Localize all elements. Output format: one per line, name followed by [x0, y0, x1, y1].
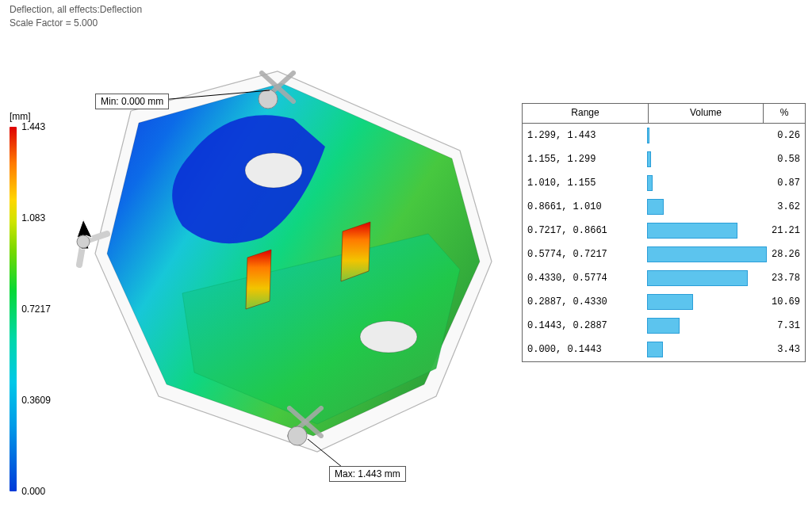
legend-tick: 1.443	[21, 121, 45, 132]
histogram-row: 1.299, 1.4430.26	[523, 124, 805, 147]
histogram-bar	[647, 151, 651, 167]
histogram-pct: 21.21	[765, 225, 805, 236]
histogram-bar	[647, 223, 737, 239]
histogram-bar-cell	[647, 222, 765, 239]
histogram-bar-cell	[647, 174, 765, 192]
header-range: Range	[523, 104, 649, 123]
histogram-bar-cell	[647, 127, 765, 144]
header-percent: %	[764, 104, 805, 123]
analysis-title: Deflection, all effects:Deflection	[10, 3, 142, 17]
analysis-meta: Deflection, all effects:Deflection Scale…	[10, 3, 142, 30]
histogram-pct: 0.87	[765, 178, 805, 189]
histogram-bar-cell	[647, 246, 765, 263]
svg-point-9	[77, 235, 90, 248]
callout-max: Max: 1.443 mm	[329, 466, 406, 482]
volume-histogram: Range Volume % 1.299, 1.4430.261.155, 1.…	[522, 103, 806, 362]
histogram-range: 1.155, 1.299	[523, 154, 647, 165]
histogram-bar	[647, 294, 693, 310]
histogram-header: Range Volume %	[523, 104, 805, 124]
histogram-pct: 0.26	[765, 130, 805, 141]
histogram-bar-cell	[647, 293, 765, 311]
svg-point-2	[259, 90, 278, 109]
histogram-bar	[647, 270, 748, 286]
histogram-row: 0.4330, 0.577423.78	[523, 266, 805, 290]
legend-tick: 0.3609	[21, 395, 51, 406]
histogram-range: 0.000, 0.1443	[523, 344, 647, 355]
model-svg[interactable]	[63, 55, 515, 483]
histogram-bar-cell	[647, 151, 765, 168]
histogram-range: 1.299, 1.443	[523, 130, 647, 141]
histogram-range: 0.1443, 0.2887	[523, 320, 647, 331]
histogram-row: 0.5774, 0.721728.26	[523, 243, 805, 266]
model-viewport[interactable]: Min: 0.000 mm Max: 1.443 mm	[63, 55, 515, 483]
histogram-bar	[647, 318, 680, 334]
model-hole-top	[245, 153, 302, 188]
histogram-body: 1.299, 1.4430.261.155, 1.2990.581.010, 1…	[523, 124, 805, 361]
histogram-range: 0.7217, 0.8661	[523, 225, 647, 236]
histogram-pct: 23.78	[765, 273, 805, 284]
callout-min: Min: 0.000 mm	[95, 94, 169, 109]
scale-factor: Scale Factor = 5.000	[10, 17, 142, 30]
histogram-bar-cell	[647, 341, 765, 358]
histogram-range: 0.5774, 0.7217	[523, 249, 647, 260]
histogram-pct: 10.69	[765, 296, 805, 307]
legend-tick: 0.000	[21, 486, 45, 497]
histogram-bar	[647, 342, 663, 357]
histogram-bar	[647, 175, 653, 191]
histogram-bar-cell	[647, 317, 765, 334]
histogram-bar-cell	[647, 269, 765, 287]
histogram-row: 1.010, 1.1550.87	[523, 171, 805, 195]
histogram-bar	[647, 199, 664, 215]
svg-point-5	[288, 426, 307, 445]
legend-ticks: 1.443 1.083 0.7217 0.3609 0.000	[21, 127, 65, 491]
histogram-pct: 3.43	[765, 344, 805, 355]
histogram-range: 0.2887, 0.4330	[523, 296, 647, 307]
histogram-bar	[647, 246, 767, 262]
header-volume: Volume	[649, 104, 764, 123]
histogram-row: 0.8661, 1.0103.62	[523, 195, 805, 219]
histogram-row: 0.000, 0.14433.43	[523, 338, 805, 361]
histogram-pct: 7.31	[765, 320, 805, 331]
color-legend: [mm] 1.443 1.083 0.7217 0.3609 0.000	[10, 111, 65, 491]
histogram-range: 0.4330, 0.5774	[523, 273, 647, 284]
histogram-range: 0.8661, 1.010	[523, 201, 647, 212]
model-tab-hot	[246, 250, 271, 309]
legend-gradient-bar	[10, 127, 17, 491]
histogram-bar-cell	[647, 198, 765, 216]
histogram-pct: 0.58	[765, 154, 805, 165]
legend-tick: 1.083	[21, 212, 45, 223]
histogram-row: 0.1443, 0.28877.31	[523, 314, 805, 338]
model-hole-bottom	[360, 321, 417, 353]
legend-tick: 0.7217	[21, 304, 51, 315]
histogram-pct: 28.26	[765, 249, 805, 260]
histogram-row: 1.155, 1.2990.58	[523, 147, 805, 171]
legend-unit: [mm]	[10, 111, 65, 122]
histogram-pct: 3.62	[765, 201, 805, 212]
histogram-range: 1.010, 1.155	[523, 178, 647, 189]
histogram-row: 0.2887, 0.433010.69	[523, 290, 805, 314]
histogram-row: 0.7217, 0.866121.21	[523, 219, 805, 243]
histogram-bar	[647, 128, 649, 143]
